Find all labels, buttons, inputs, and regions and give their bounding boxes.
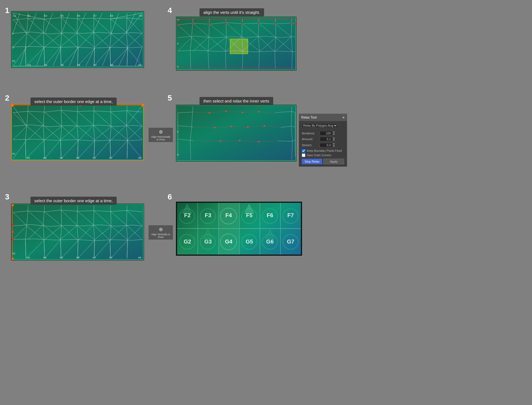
svg-point-450: [242, 112, 243, 113]
apply-button[interactable]: Apply: [323, 159, 344, 164]
svg-point-456: [220, 140, 221, 142]
amount-down[interactable]: ▼: [333, 139, 335, 142]
svg-text:E9: E9: [139, 14, 142, 17]
amount-input[interactable]: [320, 137, 332, 141]
svg-text:H4: H4: [43, 256, 46, 259]
svg-text:H3: H3: [27, 157, 30, 159]
svg-point-401: [294, 24, 296, 25]
relax-tool-panel: Relax Tool × Relax By Polygon AnglesRela…: [299, 114, 347, 167]
svg-text:E1: E1: [28, 14, 31, 17]
svg-rect-408: [177, 105, 296, 161]
svg-point-449: [225, 111, 227, 112]
svg-point-466: [283, 209, 298, 224]
step-number-1: 1: [5, 6, 9, 15]
stretch-label: Stretch:: [302, 143, 320, 147]
svg-text:H5: H5: [60, 256, 63, 259]
svg-text:E5: E5: [61, 14, 64, 17]
svg-point-448: [209, 112, 210, 114]
uv-panel-6: F2 F3 F4 F5 F6 F7: [176, 202, 302, 256]
uv-panel-4: F1 H G: [176, 17, 296, 71]
svg-marker-473: [183, 204, 192, 214]
svg-text:H8: H8: [138, 157, 141, 159]
relax-tool-title: Relax Tool: [301, 116, 317, 119]
svg-point-470: [242, 234, 257, 249]
svg-text:H6: H6: [76, 157, 79, 159]
align-vertical-button[interactable]: ⊕ Align Vertically to Pivot: [148, 225, 173, 240]
svg-text:H5: H5: [61, 64, 64, 66]
step-number-5: 5: [168, 94, 172, 102]
step-number-2: 2: [5, 94, 9, 102]
svg-text:H6: H6: [76, 256, 79, 259]
svg-marker-475: [203, 229, 212, 239]
svg-rect-333: [230, 39, 248, 54]
tooltip-step2: select the outer border one edge at a ti…: [30, 98, 117, 106]
svg-point-455: [264, 125, 265, 127]
align-vertical-icon: ⊕: [151, 226, 171, 232]
svg-point-451: [258, 111, 260, 113]
tooltip-step5: then select and relax the inner verts: [200, 97, 273, 105]
svg-text:H6: H6: [77, 64, 80, 66]
svg-text:E6: E6: [77, 14, 80, 17]
svg-text:H3: H3: [27, 256, 30, 259]
relax-panel-header: Relax Tool ×: [299, 114, 347, 121]
svg-point-465: [262, 209, 277, 224]
svg-text:E8: E8: [110, 14, 113, 17]
svg-text:H8: H8: [110, 64, 113, 66]
stretch-input[interactable]: [320, 143, 332, 147]
svg-point-462: [200, 209, 216, 224]
svg-text:G: G: [177, 42, 179, 45]
svg-text:H9: H9: [138, 64, 141, 66]
svg-text:H1: H1: [12, 60, 15, 62]
svg-text:H7: H7: [94, 64, 97, 66]
uv-panel-3: H1 H3 H4 H5 H6 H7 H7 H8: [11, 204, 144, 260]
svg-text:H7: H7: [93, 256, 96, 259]
keep-boundary-checkbox[interactable]: [302, 149, 305, 153]
svg-point-463: [220, 208, 237, 224]
svg-point-469: [220, 234, 237, 250]
svg-point-396: [192, 22, 194, 24]
step-number-6: 6: [168, 193, 172, 201]
svg-point-400: [177, 24, 179, 25]
svg-point-454: [247, 126, 249, 128]
svg-point-398: [258, 22, 260, 24]
iterations-down[interactable]: ▼: [333, 133, 335, 136]
align-horizontal-button[interactable]: ⊕ Align Horizontally to Pivot: [148, 127, 173, 142]
svg-point-458: [258, 141, 260, 142]
save-outer-checkbox[interactable]: [302, 153, 305, 157]
svg-text:H: H: [177, 65, 179, 68]
uv-panel-2: H1 H3 H4 H5 H6 H7 H7 H8: [11, 104, 144, 161]
svg-text:G: G: [177, 130, 179, 133]
stop-relax-button[interactable]: Stop Relax: [302, 159, 322, 164]
uv-panel-5: H G: [176, 105, 296, 162]
relax-close-button[interactable]: ×: [342, 115, 345, 120]
svg-text:H1: H1: [12, 252, 15, 255]
svg-point-467: [180, 234, 195, 249]
svg-text:G: G: [12, 46, 14, 49]
svg-point-313: [12, 204, 14, 206]
svg-point-402: [242, 23, 243, 25]
svg-text:H7: H7: [109, 157, 112, 159]
svg-text:H5: H5: [60, 157, 63, 159]
iterations-input[interactable]: [320, 131, 332, 135]
svg-point-217: [141, 104, 144, 107]
tooltip-step3: select the outer border one edge at a ti…: [30, 197, 117, 205]
svg-point-457: [239, 140, 241, 142]
svg-text:E7: E7: [94, 14, 97, 17]
keep-boundary-label: Keep Boundary Points Fixed: [307, 149, 342, 152]
svg-point-216: [12, 104, 14, 107]
svg-text:H4: H4: [44, 64, 47, 66]
svg-point-399: [291, 22, 293, 24]
svg-text:E4: E4: [44, 14, 47, 17]
svg-point-403: [209, 24, 210, 25]
svg-text:H8: H8: [138, 256, 141, 259]
svg-point-472: [283, 234, 298, 249]
stretch-down[interactable]: ▼: [333, 145, 335, 148]
svg-text:H: H: [177, 153, 179, 156]
iterations-label: Iterations:: [302, 132, 320, 135]
step-number-3: 3: [5, 193, 9, 201]
relax-method-select[interactable]: Relax By Polygon AnglesRelax By Edge Ang…: [302, 123, 338, 128]
svg-point-315: [12, 258, 14, 260]
align-horizontal-icon: ⊕: [151, 129, 171, 135]
svg-point-453: [231, 126, 232, 127]
svg-text:H3: H3: [28, 64, 31, 66]
